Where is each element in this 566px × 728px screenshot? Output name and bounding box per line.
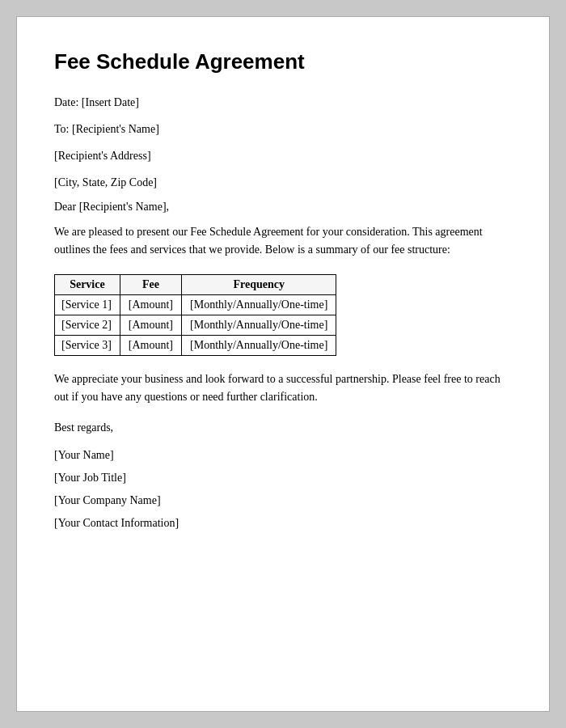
closing-paragraph: We appreciate your business and look for… bbox=[54, 370, 512, 407]
to-line: To: [Recipient's Name] bbox=[54, 121, 512, 138]
your-contact: [Your Contact Information] bbox=[54, 517, 512, 530]
table-cell-r0-c0: [Service 1] bbox=[55, 294, 120, 315]
date-line: Date: [Insert Date] bbox=[54, 94, 512, 111]
document-title: Fee Schedule Agreement bbox=[54, 49, 512, 74]
table-header-frequency: Frequency bbox=[182, 274, 336, 294]
your-company: [Your Company Name] bbox=[54, 494, 512, 507]
document-page: Fee Schedule Agreement Date: [Insert Dat… bbox=[16, 16, 550, 712]
address-line: [Recipient's Address] bbox=[54, 147, 512, 164]
city-line: [City, State, Zip Code] bbox=[54, 174, 512, 191]
intro-paragraph: We are pleased to present our Fee Schedu… bbox=[54, 223, 512, 260]
regards-line: Best regards, bbox=[54, 421, 512, 434]
table-row: [Service 1][Amount][Monthly/Annually/One… bbox=[55, 294, 336, 315]
table-cell-r2-c0: [Service 3] bbox=[55, 335, 120, 355]
table-cell-r1-c2: [Monthly/Annually/One-time] bbox=[182, 315, 336, 335]
table-cell-r2-c2: [Monthly/Annually/One-time] bbox=[182, 335, 336, 355]
table-header-fee: Fee bbox=[120, 274, 181, 294]
table-cell-r0-c2: [Monthly/Annually/One-time] bbox=[182, 294, 336, 315]
table-row: [Service 2][Amount][Monthly/Annually/One… bbox=[55, 315, 336, 335]
table-cell-r1-c1: [Amount] bbox=[120, 315, 181, 335]
table-cell-r0-c1: [Amount] bbox=[120, 294, 181, 315]
your-job-title: [Your Job Title] bbox=[54, 472, 512, 485]
table-row: [Service 3][Amount][Monthly/Annually/One… bbox=[55, 335, 336, 355]
table-header-service: Service bbox=[55, 274, 120, 294]
your-name: [Your Name] bbox=[54, 449, 512, 462]
table-cell-r1-c0: [Service 2] bbox=[55, 315, 120, 335]
salutation: Dear [Recipient's Name], bbox=[54, 201, 512, 214]
table-cell-r2-c1: [Amount] bbox=[120, 335, 181, 355]
fee-table: Service Fee Frequency [Service 1][Amount… bbox=[54, 274, 336, 356]
